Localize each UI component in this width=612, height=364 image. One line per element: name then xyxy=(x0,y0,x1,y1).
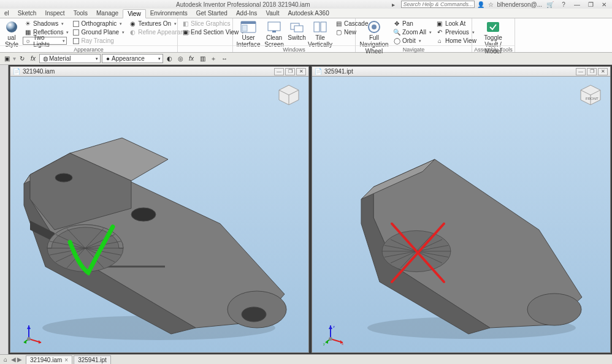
section-icon: ▣ xyxy=(182,29,189,36)
switch-button[interactable]: Switch xyxy=(287,20,307,42)
tab-get-started[interactable]: Get Started xyxy=(192,9,232,18)
svg-text:z: z xyxy=(333,325,335,328)
ground-check-icon xyxy=(73,29,79,36)
panel-appearance: ual Style ☀Shadows ▦Reflections ☼Two Lig… xyxy=(0,18,178,52)
home-icon: ⌂ xyxy=(436,37,443,45)
triad-left xyxy=(21,322,46,346)
child-title-text-right: 325941.ipt xyxy=(324,68,353,75)
user-interface-button[interactable]: User Interface xyxy=(235,20,261,48)
ground-plane-button[interactable]: Ground Plane xyxy=(72,28,126,36)
clean-screen-icon xyxy=(266,20,283,34)
search-help-input[interactable] xyxy=(401,1,475,8)
tile-vertically-button[interactable]: Tile Vertically xyxy=(308,20,332,48)
zoom-all-button[interactable]: 🔍Zoom All xyxy=(392,28,433,36)
viewport-right[interactable]: FRONT xyxy=(312,77,610,352)
svg-rect-5 xyxy=(272,31,276,32)
light-style-select[interactable]: ☼Two Lights▾ xyxy=(23,37,67,45)
tab-add-ins[interactable]: Add-Ins xyxy=(232,9,261,18)
svg-point-11 xyxy=(372,25,377,29)
tab-tools[interactable]: Tools xyxy=(69,9,92,18)
home-view-button[interactable]: ⌂Home View xyxy=(435,37,478,45)
help-icon[interactable]: ? xyxy=(558,1,569,8)
child-min-left[interactable]: — xyxy=(274,68,284,75)
browser-gutter[interactable] xyxy=(0,65,9,354)
svg-marker-63 xyxy=(329,325,332,329)
clean-screen-button[interactable]: Clean Screen xyxy=(263,20,285,48)
svg-rect-7 xyxy=(294,26,303,32)
cascade-icon: ▤ xyxy=(335,20,342,28)
child-close-right[interactable]: ✕ xyxy=(598,68,608,75)
orthographic-button[interactable]: Orthographic xyxy=(72,20,126,28)
tab-environments[interactable]: Environments xyxy=(146,9,192,18)
child-title-left: 📄 321940.iam — ❐ ✕ xyxy=(10,67,308,77)
document-tabs: ⌂ ◀ ▶ 321940.iam× 325941.ipt xyxy=(0,354,612,364)
visual-style-button[interactable]: ual Style xyxy=(2,20,21,48)
child-title-text-left: 321940.iam xyxy=(23,68,55,75)
reflections-icon: ▦ xyxy=(24,29,31,36)
favorite-star-icon[interactable]: ☆ xyxy=(487,1,494,8)
pan-button[interactable]: ✥Pan xyxy=(392,20,433,28)
file-tab-0[interactable]: 321940.iam× xyxy=(26,355,72,364)
shadows-button[interactable]: ☀Shadows xyxy=(23,20,70,28)
user-label[interactable]: blhenderson@... xyxy=(497,1,542,8)
tab-home-icon[interactable]: ⌂ xyxy=(4,356,7,363)
new-window-icon: ▢ xyxy=(335,29,342,36)
tab-manage[interactable]: Manage xyxy=(92,9,123,18)
tab-next-icon[interactable]: ▶ xyxy=(17,356,22,363)
panel-title-windows: Windows xyxy=(233,45,355,52)
child-window-left: 📄 321940.iam — ❐ ✕ xyxy=(10,66,309,353)
vault-toggle-icon xyxy=(484,20,502,34)
tab-view[interactable]: View xyxy=(123,9,146,18)
qat-measure-icon[interactable]: ↔ xyxy=(220,54,229,64)
panel-title-appearance: Appearance xyxy=(0,45,177,52)
tab-inspect[interactable]: Inspect xyxy=(40,9,69,18)
expand-icon[interactable]: ▸ xyxy=(388,1,399,8)
qat-mirror-icon[interactable]: ▥ xyxy=(197,54,207,64)
tab-el[interactable]: el xyxy=(0,9,13,18)
textures-icon: ◉ xyxy=(129,20,136,28)
window-restore-icon[interactable]: ❐ xyxy=(585,1,596,8)
viewcube-right[interactable]: FRONT xyxy=(577,82,604,108)
refine-icon: ◐ xyxy=(129,29,136,36)
qat-clear-icon[interactable]: ◎ xyxy=(175,54,185,64)
panel-navigate: Full Navigation Wheel ✥Pan 🔍Zoom All ◯Or… xyxy=(356,18,472,52)
light-icon: ☼ xyxy=(25,37,31,45)
tab-prev-icon[interactable]: ◀ xyxy=(11,356,16,363)
window-minimize-icon[interactable]: — xyxy=(572,1,583,8)
svg-rect-9 xyxy=(321,22,326,32)
orbit-button[interactable]: ◯Orbit xyxy=(392,37,433,45)
svg-rect-8 xyxy=(314,22,319,32)
pan-icon: ✥ xyxy=(393,20,400,28)
switch-icon xyxy=(288,20,305,34)
app-title: Autodesk Inventor Professional 2018 3219… xyxy=(0,1,388,8)
part-left xyxy=(12,83,300,346)
child-close-left[interactable]: ✕ xyxy=(296,68,306,75)
child-max-right[interactable]: ❐ xyxy=(587,68,597,75)
previous-view-button[interactable]: ↶Previous xyxy=(435,28,478,36)
svg-text:x: x xyxy=(342,342,343,346)
lookat-icon: ▣ xyxy=(436,20,443,28)
workspace: 📄 321940.iam — ❐ ✕ xyxy=(0,65,612,354)
look-at-button[interactable]: ▣Look At xyxy=(435,20,478,28)
tab-a360[interactable]: Autodesk A360 xyxy=(283,9,333,18)
material-icon: ◍ xyxy=(42,55,49,63)
close-icon[interactable]: × xyxy=(64,357,68,363)
svg-point-25 xyxy=(131,208,156,221)
file-tab-1[interactable]: 325941.ipt xyxy=(74,355,111,364)
child-window-right: 📄 325941.ipt — ❐ ✕ FRONT xyxy=(312,66,611,353)
sign-in-icon[interactable]: 👤 xyxy=(477,1,484,8)
tab-vault[interactable]: Vault xyxy=(261,9,283,18)
panel-title-assembly: Assembly Tools xyxy=(472,45,514,52)
qat-fx2-icon[interactable]: fx xyxy=(186,54,196,64)
child-min-right[interactable]: — xyxy=(576,68,586,75)
svg-text:FRONT: FRONT xyxy=(586,97,599,100)
child-max-left[interactable]: ❐ xyxy=(285,68,295,75)
tab-sketch[interactable]: Sketch xyxy=(13,9,41,18)
zoom-icon: 🔍 xyxy=(393,29,400,36)
viewport-left[interactable] xyxy=(10,77,308,352)
part-right xyxy=(337,113,600,352)
qat-plus-icon[interactable]: ＋ xyxy=(208,54,218,64)
window-close-icon[interactable]: ✕ xyxy=(599,1,610,8)
shadows-icon: ☀ xyxy=(24,20,31,28)
cart-icon[interactable]: 🛒 xyxy=(545,1,556,8)
